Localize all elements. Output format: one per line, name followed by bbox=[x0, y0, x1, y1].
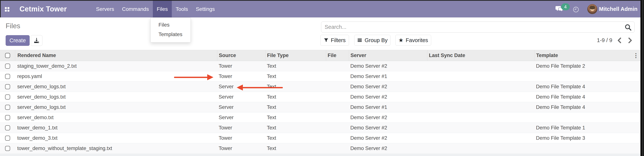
select-all-cell bbox=[0, 50, 15, 61]
cell-file-type: Text bbox=[265, 71, 326, 81]
cell-source: Server bbox=[217, 102, 265, 112]
column-header-last-sync-date[interactable]: Last Sync Date bbox=[427, 50, 534, 61]
activities-button[interactable] bbox=[573, 6, 579, 13]
row-checkbox[interactable] bbox=[5, 94, 10, 99]
files-list-table: Rendered Name Source File Type File Serv… bbox=[0, 50, 640, 154]
cell-template: Demo File Template 2 bbox=[534, 61, 632, 71]
cell-file-type: Text bbox=[265, 61, 326, 71]
top-navbar: Cetmix Tower Servers Commands Files Tool… bbox=[1, 1, 640, 17]
screen-right-edge bbox=[640, 0, 644, 156]
cell-source: Tower bbox=[217, 133, 265, 143]
cell-template: Demo File Template 4 bbox=[534, 102, 632, 112]
app-brand[interactable]: Cetmix Tower bbox=[20, 1, 67, 17]
menu-item-servers[interactable]: Servers bbox=[92, 1, 118, 17]
cell-file-type: Text bbox=[265, 112, 326, 123]
row-checkbox[interactable] bbox=[5, 146, 10, 151]
cell-source: Tower bbox=[217, 123, 265, 133]
table-row[interactable]: tower_demo_1.txt Tower Text Demo Server … bbox=[0, 123, 640, 133]
messages-count-badge: 4 bbox=[561, 3, 570, 10]
group-by-icon bbox=[357, 38, 362, 43]
filters-label: Filters bbox=[331, 37, 346, 43]
pager-previous-button[interactable] bbox=[616, 37, 623, 44]
cell-rendered-name: tower_demo_without_template_staging.txt bbox=[15, 143, 217, 153]
navbar-divider bbox=[0, 17, 640, 18]
cell-server: Demo Server #1 bbox=[349, 71, 427, 81]
main-menu: Servers Commands Files Tools Settings bbox=[92, 1, 219, 17]
cell-template bbox=[534, 71, 632, 81]
cell-file-type: Text bbox=[265, 133, 326, 143]
cell-rendered-name: tower_demo_1.txt bbox=[15, 123, 217, 133]
cell-file bbox=[326, 81, 349, 92]
column-header-template[interactable]: Template bbox=[534, 50, 632, 61]
favorites-label: Favorites bbox=[406, 37, 428, 43]
cell-file-type: Text bbox=[265, 92, 326, 102]
menu-item-settings[interactable]: Settings bbox=[192, 1, 219, 17]
column-header-file[interactable]: File bbox=[326, 50, 349, 61]
cell-rendered-name: staging_tower_demo_2.txt bbox=[15, 61, 217, 71]
table-footer-area bbox=[0, 154, 640, 156]
column-header-rendered-name[interactable]: Rendered Name bbox=[15, 50, 217, 61]
cell-server: Demo Server #2 bbox=[349, 143, 427, 153]
breadcrumb: Files bbox=[6, 22, 20, 30]
cell-source: Tower bbox=[217, 71, 265, 81]
cell-file-type: Text bbox=[265, 123, 326, 133]
pager-next-button[interactable] bbox=[626, 37, 634, 44]
user-menu[interactable]: Mitchell Admin bbox=[599, 1, 638, 17]
column-options-button[interactable]: ⋮ bbox=[632, 50, 639, 61]
cell-server: Demo Server #2 bbox=[349, 112, 427, 123]
cell-rendered-name: server_demo_logs.txt bbox=[15, 81, 217, 92]
table-row[interactable]: staging_tower_demo_2.txt Tower Text Demo… bbox=[0, 61, 640, 71]
cell-file-type: Text bbox=[265, 102, 326, 112]
cell-last-sync-date bbox=[427, 112, 534, 123]
group-by-label: Group By bbox=[364, 37, 388, 43]
clock-icon bbox=[573, 6, 579, 13]
create-button[interactable]: Create bbox=[6, 35, 30, 46]
messages-button[interactable]: 4 bbox=[556, 3, 569, 15]
search-icon[interactable] bbox=[624, 24, 632, 31]
cell-server: Demo Server #2 bbox=[349, 81, 427, 92]
table-row[interactable]: server_demo_logs.txt Server Text Demo Se… bbox=[0, 102, 640, 112]
menu-item-commands[interactable]: Commands bbox=[118, 1, 153, 17]
cell-file-type: Text bbox=[265, 143, 326, 153]
cell-template: Demo File Template 3 bbox=[534, 133, 632, 143]
select-all-checkbox[interactable] bbox=[5, 53, 10, 58]
cell-source: Server bbox=[217, 92, 265, 102]
cell-template: Demo File Template 4 bbox=[534, 81, 632, 92]
favorites-button[interactable]: ★ Favorites bbox=[395, 35, 431, 46]
row-checkbox[interactable] bbox=[5, 125, 10, 130]
cell-server: Demo Server #2 bbox=[349, 61, 427, 71]
dropdown-item-templates[interactable]: Templates bbox=[150, 30, 190, 39]
table-row[interactable]: server_demo_logs.txt Server Text Demo Se… bbox=[0, 92, 640, 102]
apps-menu-icon[interactable] bbox=[5, 7, 10, 12]
row-checkbox[interactable] bbox=[5, 115, 10, 120]
table-row[interactable]: repos.yaml Tower Text Demo Server #1 bbox=[0, 71, 640, 81]
filters-button[interactable]: Filters bbox=[320, 35, 349, 46]
column-header-source[interactable]: Source bbox=[217, 50, 265, 61]
group-by-button[interactable]: Group By bbox=[354, 35, 390, 46]
cell-template: Demo File Template 4 bbox=[534, 92, 632, 102]
column-header-file-type[interactable]: File Type bbox=[265, 50, 326, 61]
search-input[interactable] bbox=[321, 22, 634, 32]
row-checkbox[interactable] bbox=[5, 136, 10, 141]
column-header-server[interactable]: Server bbox=[349, 50, 427, 61]
menu-item-tools[interactable]: Tools bbox=[172, 1, 192, 17]
row-checkbox[interactable] bbox=[5, 74, 10, 79]
cell-rendered-name: server_demo_logs.txt bbox=[15, 102, 217, 112]
table-header-row: Rendered Name Source File Type File Serv… bbox=[0, 50, 640, 61]
import-button[interactable] bbox=[31, 35, 42, 46]
user-avatar[interactable] bbox=[587, 4, 597, 14]
row-checkbox[interactable] bbox=[5, 105, 10, 110]
table-body: staging_tower_demo_2.txt Tower Text Demo… bbox=[0, 61, 640, 154]
table-row[interactable]: tower_demo_without_template_staging.txt … bbox=[0, 143, 640, 154]
dropdown-item-files[interactable]: Files bbox=[150, 20, 190, 30]
cell-server: Demo Server #2 bbox=[349, 123, 427, 133]
table-row[interactable]: tower_demo_3.txt Tower Text Demo Server … bbox=[0, 133, 640, 143]
cell-file bbox=[326, 102, 349, 112]
table-row[interactable]: server_demo.txt Server Text Demo Server … bbox=[0, 112, 640, 123]
row-checkbox[interactable] bbox=[5, 84, 10, 89]
cell-last-sync-date bbox=[427, 123, 534, 133]
cell-last-sync-date bbox=[427, 92, 534, 102]
row-checkbox[interactable] bbox=[5, 64, 10, 69]
menu-item-files[interactable]: Files bbox=[153, 1, 172, 17]
table-row[interactable]: server_demo_logs.txt Server Text Demo Se… bbox=[0, 81, 640, 92]
